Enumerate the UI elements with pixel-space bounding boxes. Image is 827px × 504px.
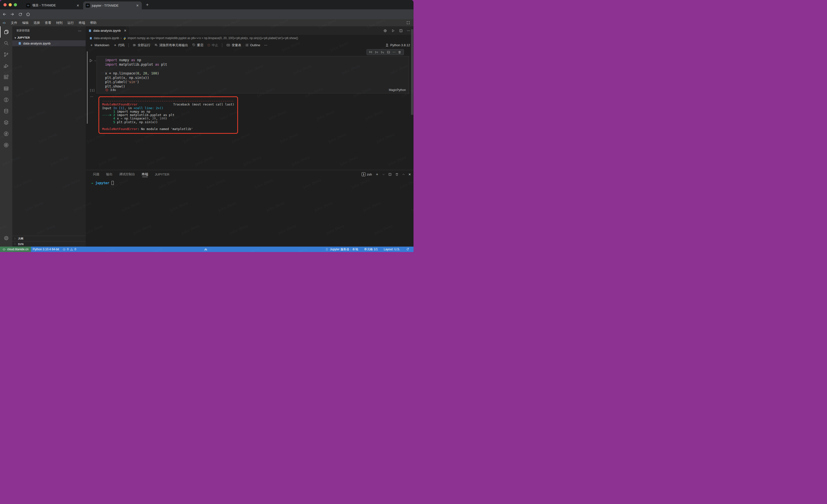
split-cell-icon[interactable] (387, 50, 390, 54)
panel-tab-problems[interactable]: 问题 (93, 170, 99, 178)
expand-panel-double-chevron-icon[interactable] (204, 246, 208, 252)
reload-button[interactable] (17, 11, 23, 18)
activitybar-database[interactable] (0, 106, 12, 117)
close-tab-icon[interactable]: ✕ (136, 4, 139, 7)
file-item-notebook[interactable]: data-analysis.ipynb (12, 40, 86, 46)
menu-run[interactable]: 运行 (65, 21, 76, 25)
run-all-icon (133, 43, 136, 47)
interrupt-button[interactable]: 中止 (207, 43, 218, 48)
execute-above-icon[interactable] (375, 50, 379, 54)
breadcrumb[interactable]: data-analysis.ipynb › import numpy as np… (86, 35, 414, 41)
language-mode-label[interactable]: MagicPython (389, 88, 406, 92)
cell-more-actions-icon[interactable]: ⋯ (393, 50, 395, 54)
editor-scrollbar[interactable] (411, 29, 413, 115)
maximize-window-button[interactable] (14, 3, 17, 6)
activitybar-run-debug[interactable] (0, 60, 12, 71)
close-tab-icon[interactable]: ✕ (124, 29, 127, 33)
notebook-settings-gear-icon[interactable] (383, 29, 387, 33)
menu-edit[interactable]: 编辑 (20, 21, 31, 25)
browser-tab-project[interactable]: ‹t› 项目 - TITANIDE ✕ (23, 1, 82, 9)
maximize-panel-chevron-icon[interactable] (402, 173, 405, 176)
clear-outputs-button[interactable]: 清除所有单元格输出 (154, 43, 188, 48)
run-cell-button[interactable] (89, 58, 96, 63)
keyboard-layout-indicator[interactable]: Layout: U.S. (382, 246, 402, 252)
warning-count: 0 (75, 247, 76, 251)
execute-below-icon[interactable] (381, 50, 384, 54)
kill-terminal-trash-icon[interactable] (395, 173, 399, 176)
delete-cell-trash-icon[interactable] (398, 50, 401, 54)
activitybar-extensions[interactable] (0, 71, 12, 83)
restart-kernel-button[interactable]: 重启 (192, 43, 203, 48)
problems-indicator[interactable]: 0 0 (61, 246, 78, 252)
activitybar-settings[interactable] (0, 232, 12, 244)
new-tab-button[interactable]: ＋ (145, 2, 149, 7)
fullscreen-icon[interactable] (406, 21, 410, 24)
menu-selection[interactable]: 选择 (31, 21, 42, 25)
activitybar-search[interactable] (0, 38, 12, 49)
stop-square-icon (207, 44, 210, 47)
split-terminal-icon[interactable] (388, 173, 392, 176)
kernel-picker[interactable]: Python 3.8.12 (385, 41, 410, 49)
output-collapse-icon[interactable]: ⋯ (90, 95, 94, 98)
run-all-play-icon[interactable] (391, 29, 395, 33)
activitybar-thunder-client[interactable] (0, 128, 12, 139)
section-label: SVN (18, 243, 23, 245)
editor-more-actions-icon[interactable]: ⋯ (407, 29, 410, 33)
back-button[interactable] (1, 11, 8, 18)
editor-tab-notebook[interactable]: data-analysis.ipynb ✕ (86, 26, 129, 35)
menu-file[interactable]: 文件 (8, 21, 20, 25)
terminal-content[interactable]: → jupyter (91, 181, 114, 185)
remote-indicator[interactable]: cloud.titanide.cn (0, 246, 31, 252)
close-panel-icon[interactable]: ✕ (408, 173, 411, 176)
jupyter-server-indicator[interactable]: Jupyter 服务器：本地 (324, 246, 360, 252)
cell-position-indicator[interactable]: 单元格 1/1 (362, 246, 380, 252)
activitybar-layers[interactable] (0, 117, 12, 128)
run-all-button[interactable]: 全部运行 (133, 43, 150, 48)
activity-bar (0, 26, 12, 246)
traceback-output: ----------------------------------------… (102, 99, 234, 131)
minimize-window-button[interactable] (9, 3, 12, 6)
notifications-bell-icon[interactable] (404, 246, 411, 252)
home-button[interactable] (25, 11, 32, 18)
python-interpreter-indicator[interactable]: Python 3.10.4 64-bit (31, 246, 61, 252)
activitybar-explorer[interactable] (0, 26, 12, 38)
activitybar-gitlens[interactable] (0, 94, 12, 106)
activitybar-preview-window[interactable] (0, 83, 12, 94)
breadcrumb-file[interactable]: data-analysis.ipynb (94, 37, 119, 40)
panel-tab-terminal[interactable]: 终端 (142, 170, 148, 178)
outline-button[interactable]: Outline (245, 43, 260, 47)
cell-toolbar: ⋯ (367, 49, 404, 55)
menu-goto[interactable]: 转到 (54, 21, 65, 25)
sidebar-title: 资源管理器 (16, 29, 30, 33)
close-tab-icon[interactable]: ✕ (76, 4, 80, 7)
panel-tab-jupyter[interactable]: JUPYTER (155, 170, 169, 178)
terminal-shell-selector[interactable]: ❯ zsh (361, 172, 372, 176)
browser-tab-jupyter[interactable]: ‹t› jupyter - TITANIDE ✕ (83, 1, 142, 9)
sidebar-section-jupyter[interactable]: ∨ JUPYTER (12, 35, 86, 40)
panel-tab-output[interactable]: 输出 (106, 170, 112, 178)
sidebar-section-outline[interactable]: 〉 大纲 (12, 236, 86, 241)
toolbar-more-icon[interactable]: ⋯ (264, 43, 267, 47)
menu-terminal[interactable]: 终端 (76, 21, 88, 25)
variables-button[interactable]: 变量表 (226, 43, 241, 48)
editor-tabbar: data-analysis.ipynb ✕ ⋯ (86, 26, 414, 35)
gear-icon (3, 235, 9, 241)
panel-tab-debug-console[interactable]: 调试控制台 (119, 170, 135, 178)
close-window-button[interactable] (3, 3, 7, 6)
execute-cell-and-below-icon[interactable] (369, 50, 373, 54)
forward-button[interactable] (9, 11, 16, 18)
terminal-dropdown-chevron-icon[interactable] (382, 173, 385, 176)
explorer-sidebar: 资源管理器 ⋯ ∨ JUPYTER data-analysis.ipynb 〉 … (12, 26, 86, 246)
activitybar-source-control[interactable] (0, 49, 12, 60)
sidebar-section-svn[interactable]: 〉 SVN (12, 241, 86, 246)
split-editor-icon[interactable] (399, 29, 403, 33)
new-terminal-button[interactable]: ＋ (375, 172, 379, 177)
menu-view[interactable]: 查看 (42, 21, 54, 25)
breadcrumb-cell-code[interactable]: import numpy as np↵import matplotlib.pyp… (128, 37, 298, 40)
add-markdown-button[interactable]: ＋Markdown (90, 43, 109, 48)
menu-help[interactable]: 帮助 (88, 21, 99, 25)
activitybar-remote-tools[interactable] (0, 139, 12, 151)
sidebar-more-icon[interactable]: ⋯ (78, 29, 82, 33)
add-code-button[interactable]: ＋代码 (113, 43, 125, 48)
cell-code-editor[interactable]: import numpy as npimport matplotlib.pypl… (97, 56, 409, 89)
